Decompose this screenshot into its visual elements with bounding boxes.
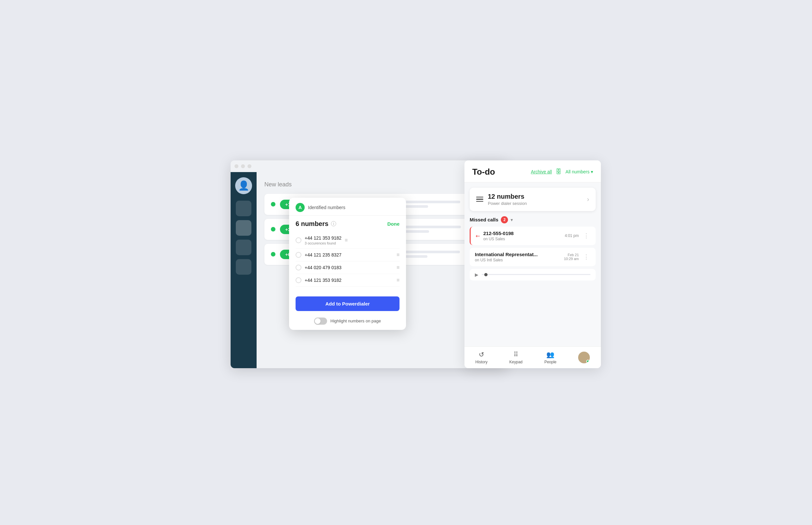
keypad-label: Keypad xyxy=(509,360,522,364)
nav-item-keypad[interactable]: ⠿ Keypad xyxy=(509,351,522,364)
people-icon: 👥 xyxy=(546,351,555,358)
call-item-1[interactable]: ↙ 212-555-0198 on US Sales 4:01 pm ⋮ xyxy=(470,227,596,245)
highlight-toggle[interactable] xyxy=(314,317,327,325)
people-label: People xyxy=(544,360,556,364)
number-row-4: +44 121 353 9182 ≡ xyxy=(296,274,399,287)
number-menu-icon-1[interactable]: ≡ xyxy=(344,237,348,243)
lead-status-dot xyxy=(271,252,276,256)
call-info-1: 212-555-0198 on US Sales xyxy=(483,230,562,241)
number-info-1: +44 121 353 9182 3 occurences found xyxy=(305,235,341,245)
archive-all-link[interactable]: Archive all xyxy=(531,169,552,174)
power-dialer-card[interactable]: 12 numbers Power dialer session › xyxy=(470,188,596,211)
dropdown-arrow-icon[interactable]: ▾ xyxy=(511,217,513,222)
sidebar-item-2[interactable] xyxy=(236,220,251,236)
power-dialer-info: 12 numbers Power dialer session xyxy=(488,193,582,206)
call-time-2: Feb 21 10:29 am xyxy=(564,253,579,261)
play-button[interactable]: ▶ xyxy=(475,272,478,277)
call-line-2: on US Intl Sales xyxy=(475,258,561,262)
done-button[interactable]: Done xyxy=(387,221,400,227)
user-nav-avatar[interactable] xyxy=(578,351,590,363)
more-options-button-1[interactable]: ⋮ xyxy=(582,231,590,241)
audio-progress-bar[interactable] xyxy=(482,274,590,275)
nav-item-history[interactable]: ↺ History xyxy=(475,351,488,364)
traffic-light-maximize[interactable] xyxy=(248,164,251,168)
sidebar-item-4[interactable] xyxy=(236,259,251,275)
chevron-down-icon: ▾ xyxy=(591,169,593,174)
lead-status-dot xyxy=(271,202,276,207)
bottom-nav: ↺ History ⠿ Keypad 👥 People xyxy=(464,346,601,368)
highlight-label: Highlight numbers on page xyxy=(330,318,381,324)
popup-count: 6 numbers i xyxy=(296,220,336,228)
highlight-toggle-row: Highlight numbers on page xyxy=(289,314,406,330)
number-row-1: +44 121 353 9182 3 occurences found ≡ xyxy=(296,232,399,249)
section-title: New leads xyxy=(264,181,499,188)
chevron-right-icon: › xyxy=(587,195,589,203)
traffic-light-minimize[interactable] xyxy=(241,164,245,168)
lead-status-dot xyxy=(271,227,276,231)
number-text-4: +44 121 353 9182 xyxy=(305,278,393,283)
power-dialer-count: 12 numbers xyxy=(488,193,582,200)
avatar-icon: 👤 xyxy=(238,180,249,191)
number-checkbox-1[interactable] xyxy=(296,237,301,243)
all-numbers-button[interactable]: All numbers ▾ xyxy=(565,169,593,174)
audio-progress-dot xyxy=(484,273,488,276)
traffic-light-close[interactable] xyxy=(235,164,238,168)
archive-icon[interactable]: 🗄 xyxy=(556,168,562,175)
missed-count-badge: 2 xyxy=(501,216,508,223)
history-label: History xyxy=(475,360,488,364)
sidebar-item-3[interactable] xyxy=(236,240,251,255)
call-item-2[interactable]: International Representat... on US Intl … xyxy=(470,248,596,266)
number-checkbox-2[interactable] xyxy=(296,252,301,258)
popup-count-row: 6 numbers i Done xyxy=(296,220,399,228)
todo-header: To-do Archive all 🗄 All numbers ▾ xyxy=(464,160,601,182)
occurrence-text-1: 3 occurences found xyxy=(305,241,341,245)
user-avatar[interactable]: 👤 xyxy=(235,177,252,194)
info-icon[interactable]: i xyxy=(331,221,336,226)
number-menu-icon-4[interactable]: ≡ xyxy=(397,277,399,283)
sidebar-item-1[interactable] xyxy=(236,201,251,216)
app-sidebar: 👤 xyxy=(231,172,256,368)
number-checkbox-4[interactable] xyxy=(296,277,301,283)
number-row-3: +44 020 479 0183 ≡ xyxy=(296,261,399,274)
number-text-2: +44 121 235 8327 xyxy=(305,252,393,257)
online-status-dot xyxy=(586,360,590,363)
call-line-1: on US Sales xyxy=(483,237,562,241)
aircall-logo: A xyxy=(296,203,305,212)
missed-calls-header: Missed calls 2 ▾ xyxy=(470,216,596,223)
audio-player: ▶ xyxy=(470,269,596,281)
missed-calls-label: Missed calls xyxy=(470,217,498,222)
popup-header: A Identified numbers xyxy=(289,198,406,215)
todo-title: To-do xyxy=(472,167,495,177)
number-row-2: +44 121 235 8327 ≡ xyxy=(296,249,399,261)
nav-item-people[interactable]: 👥 People xyxy=(544,351,556,364)
add-to-powerdialer-button[interactable]: Add to Powerdialer xyxy=(296,297,399,311)
call-number-2: International Representat... xyxy=(475,252,561,257)
keypad-icon: ⠿ xyxy=(514,351,518,358)
call-number-1: 212-555-0198 xyxy=(483,230,562,236)
number-text-1: +44 121 353 9182 xyxy=(305,235,341,241)
todo-header-actions: Archive all 🗄 All numbers ▾ xyxy=(531,168,593,175)
missed-calls-section: Missed calls 2 ▾ ↙ 212-555-0198 on US Sa… xyxy=(464,216,601,269)
more-options-button-2[interactable]: ⋮ xyxy=(582,252,590,262)
number-checkbox-3[interactable] xyxy=(296,265,301,270)
history-icon: ↺ xyxy=(479,351,484,358)
todo-panel: To-do Archive all 🗄 All numbers ▾ 12 xyxy=(464,160,601,368)
call-time-1: 4:01 pm xyxy=(565,234,579,238)
power-dialer-label: Power dialer session xyxy=(488,201,582,206)
popup-body: 6 numbers i Done +44 121 353 9182 3 occu… xyxy=(289,215,406,291)
identified-numbers-popup: A Identified numbers 6 numbers i Done +4… xyxy=(289,198,406,330)
menu-icon xyxy=(476,197,483,202)
popup-title: Identified numbers xyxy=(308,205,345,210)
missed-call-icon: ↙ xyxy=(474,232,482,240)
number-menu-icon-3[interactable]: ≡ xyxy=(397,265,399,270)
number-text-3: +44 020 479 0183 xyxy=(305,265,393,270)
call-info-2: International Representat... on US Intl … xyxy=(475,252,561,262)
toggle-knob xyxy=(315,318,321,324)
number-menu-icon-2[interactable]: ≡ xyxy=(397,252,399,258)
